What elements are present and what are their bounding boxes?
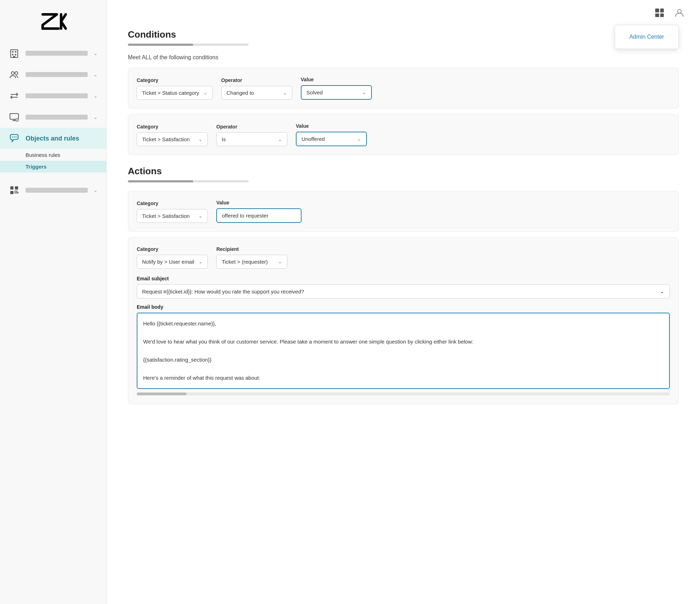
email-subject-select[interactable]: Request #{{ticket.id}}: How would you ra… (137, 284, 670, 298)
condition-2-value-label: Value (296, 123, 367, 129)
page-content: Conditions Meet ALL of the following con… (107, 26, 700, 431)
chevron-down-icon: ⌄ (93, 114, 98, 120)
logo (0, 0, 106, 39)
conditions-title: Conditions (128, 29, 679, 40)
svg-point-19 (678, 10, 681, 13)
svg-rect-4 (15, 54, 16, 55)
sidebar-item-channels[interactable]: ⌄ (0, 85, 106, 106)
condition-1-operator-value: Changed to (227, 90, 254, 96)
action-2-recipient-value: Ticket > (requester) (222, 259, 268, 265)
objects-and-rules-label: Objects and rules (26, 135, 79, 142)
email-body-section: Email body Hello {{ticket.requester.name… (137, 304, 670, 395)
grid-icon (655, 9, 664, 17)
condition-2-operator-label: Operator (216, 124, 287, 130)
sidebar-item-home[interactable]: ⌄ (0, 43, 106, 64)
condition-2-category-label: Category (137, 124, 208, 130)
email-body-scrollbar-thumb (137, 392, 186, 395)
svg-point-6 (11, 72, 14, 75)
svg-point-12 (16, 137, 17, 138)
conditions-progress-fill (128, 44, 193, 46)
email-subject-label: Email subject (137, 276, 670, 281)
condition-1-category-label: Category (137, 77, 213, 83)
chevron-down-icon: ⌄ (660, 288, 664, 295)
user-icon-button[interactable] (673, 6, 686, 19)
action-row-1-inner: Category Ticket > Satisfaction ⌄ Value (137, 200, 670, 223)
svg-point-10 (12, 137, 13, 138)
chevron-down-icon: ⌄ (362, 90, 366, 95)
svg-rect-16 (15, 191, 17, 193)
sidebar-item-people[interactable]: ⌄ (0, 64, 106, 85)
sidebar-sub-business-rules[interactable]: Business rules (0, 149, 106, 161)
sidebar-item-monitor[interactable]: ⌄ (0, 106, 106, 128)
condition-2-category-select[interactable]: Ticket > Satisfaction ⌄ (137, 132, 208, 146)
chevron-down-icon: ⌄ (199, 259, 202, 264)
action-1-category-select[interactable]: Ticket > Satisfaction ⌄ (137, 209, 208, 223)
conditions-progress-bar (128, 44, 249, 46)
chevron-down-icon: ⌄ (278, 137, 282, 142)
condition-1-category-select[interactable]: Ticket > Status category ⌄ (137, 86, 213, 100)
sidebar-item-apps[interactable]: ⌄ (0, 180, 106, 201)
chevron-down-icon: ⌄ (93, 72, 98, 77)
action-1-value-input[interactable] (216, 208, 302, 223)
condition-1-value-label: Value (301, 77, 372, 82)
email-subject-section: Email subject Request #{{ticket.id}}: Ho… (137, 276, 670, 298)
grid-icon-button[interactable] (653, 6, 666, 19)
chevron-down-icon: ⌄ (93, 50, 98, 56)
apps-icon (9, 185, 20, 196)
admin-center-item[interactable]: Admin Center (615, 29, 678, 45)
action-1-value-label: Value (216, 200, 302, 205)
sidebar-sub-triggers[interactable]: Triggers (0, 161, 106, 172)
condition-1-value-select[interactable]: Solved ⌄ (301, 85, 372, 100)
actions-progress-fill (128, 180, 193, 182)
condition-1-category-group: Category Ticket > Status category ⌄ (137, 77, 213, 100)
svg-rect-3 (12, 54, 13, 55)
condition-2-category-group: Category Ticket > Satisfaction ⌄ (137, 124, 208, 146)
email-body-text: Hello {{ticket.requester.name}}, We'd lo… (143, 320, 473, 381)
action-1-category-group: Category Ticket > Satisfaction ⌄ (137, 201, 208, 223)
email-body-scrollbar[interactable] (137, 392, 670, 395)
chevron-down-icon: ⌄ (283, 90, 287, 95)
condition-2-category-value: Ticket > Satisfaction (142, 136, 190, 142)
condition-2-value-select[interactable]: Unoffered ⌄ (296, 132, 367, 146)
condition-2-operator-group: Operator Is ⌄ (216, 124, 287, 146)
top-bar: Admin Center (107, 0, 700, 26)
svg-rect-1 (12, 51, 13, 53)
arrows-icon (9, 90, 20, 101)
action-1-category-value: Ticket > Satisfaction (142, 213, 190, 219)
action-2-category-group: Category Notify by > User email ⌄ (137, 246, 208, 269)
main-content: Admin Center Conditions Meet ALL of the … (107, 0, 700, 604)
svg-rect-2 (15, 51, 16, 53)
condition-1-operator-select[interactable]: Changed to ⌄ (221, 86, 292, 100)
svg-rect-5 (13, 56, 15, 57)
condition-1-category-value: Ticket > Status category (142, 90, 199, 96)
sidebar-item-objects-and-rules[interactable]: Objects and rules (0, 128, 106, 149)
admin-center-dropdown: Admin Center (615, 25, 679, 49)
condition-1-value-group: Value Solved ⌄ (301, 77, 372, 100)
conditions-description: Meet ALL of the following conditions (128, 54, 679, 61)
action-1-value-group: Value (216, 200, 302, 223)
actions-title: Actions (128, 166, 679, 177)
zendesk-logo-svg (39, 11, 67, 32)
monitor-icon (9, 111, 20, 123)
chevron-down-icon: ⌄ (93, 187, 98, 193)
condition-row-2: Category Ticket > Satisfaction ⌄ Operato… (128, 114, 679, 155)
action-row-1: Category Ticket > Satisfaction ⌄ Value (128, 191, 679, 232)
condition-1-value-value: Solved (306, 89, 323, 95)
condition-2-operator-value: Is (222, 136, 226, 142)
svg-rect-15 (10, 191, 13, 194)
condition-2-value-group: Value Unoffered ⌄ (296, 123, 367, 146)
condition-2-operator-select[interactable]: Is ⌄ (216, 132, 287, 146)
email-body-textarea[interactable]: Hello {{ticket.requester.name}}, We'd lo… (137, 313, 670, 389)
chevron-down-icon: ⌄ (204, 90, 207, 95)
action-2-category-select[interactable]: Notify by > User email ⌄ (137, 255, 208, 269)
action-2-recipient-select[interactable]: Ticket > (requester) ⌄ (216, 255, 287, 269)
condition-2-value-value: Unoffered (302, 136, 325, 142)
chevron-down-icon: ⌄ (278, 259, 282, 264)
nav-label-bar-home (26, 51, 88, 56)
nav-label-bar-people (26, 72, 88, 77)
nav-label-bar-monitor (26, 115, 88, 120)
chevron-down-icon: ⌄ (199, 213, 202, 219)
chevron-down-icon: ⌄ (199, 137, 202, 142)
chevron-down-icon: ⌄ (93, 93, 98, 99)
user-icon (674, 7, 685, 18)
